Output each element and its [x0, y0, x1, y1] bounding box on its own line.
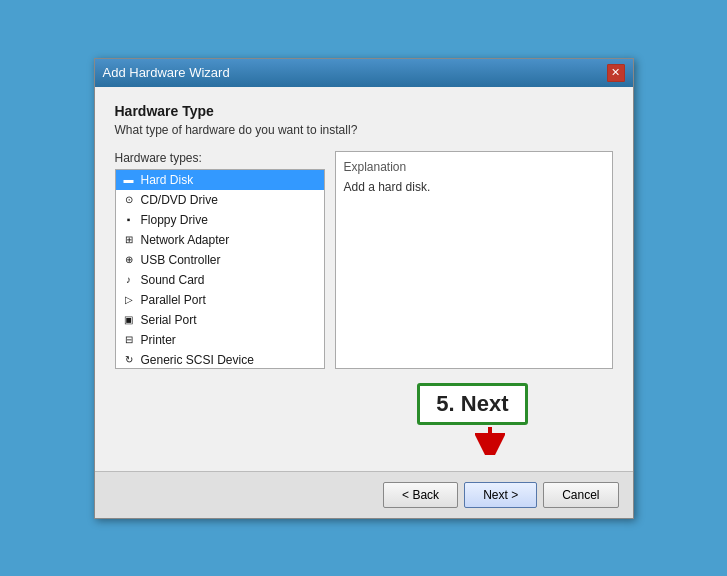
list-item[interactable]: ♪ Sound Card: [116, 270, 324, 290]
list-item-label: Serial Port: [141, 313, 197, 327]
list-item[interactable]: ▷ Parallel Port: [116, 290, 324, 310]
back-button[interactable]: < Back: [383, 482, 458, 508]
sound-icon: ♪: [122, 273, 136, 287]
list-item[interactable]: ⊕ USB Controller: [116, 250, 324, 270]
explanation-panel: Explanation Add a hard disk.: [335, 151, 613, 369]
list-item-label: CD/DVD Drive: [141, 193, 218, 207]
arrow-down-icon: [475, 427, 505, 455]
list-item-label: Generic SCSI Device: [141, 353, 254, 367]
close-button[interactable]: ✕: [607, 64, 625, 82]
header-section: Hardware Type What type of hardware do y…: [115, 103, 613, 137]
main-area: Hardware types: ▬ Hard Disk ⊙ CD/DVD Dri…: [115, 151, 613, 369]
list-item[interactable]: ⊙ CD/DVD Drive: [116, 190, 324, 210]
explanation-label: Explanation: [344, 160, 604, 174]
next-button[interactable]: Next >: [464, 482, 537, 508]
wizard-content: Hardware Type What type of hardware do y…: [95, 87, 633, 471]
arrow-area: [115, 427, 613, 455]
floppy-icon: ▪: [122, 213, 136, 227]
titlebar: Add Hardware Wizard ✕: [95, 59, 633, 87]
list-item-label: Floppy Drive: [141, 213, 208, 227]
cancel-button[interactable]: Cancel: [543, 482, 618, 508]
annotation-label: 5. Next: [417, 383, 527, 425]
parallel-icon: ▷: [122, 293, 136, 307]
scsi-icon: ↻: [122, 353, 136, 367]
list-item-label: Parallel Port: [141, 293, 206, 307]
annotation-area: 5. Next: [115, 383, 613, 425]
list-item-label: USB Controller: [141, 253, 221, 267]
usb-icon: ⊕: [122, 253, 136, 267]
list-item[interactable]: ▣ Serial Port: [116, 310, 324, 330]
network-icon: ⊞: [122, 233, 136, 247]
list-item[interactable]: ↻ Generic SCSI Device: [116, 350, 324, 369]
list-label: Hardware types:: [115, 151, 325, 165]
list-item-label: Sound Card: [141, 273, 205, 287]
printer-icon: ⊟: [122, 333, 136, 347]
list-item-label: Network Adapter: [141, 233, 230, 247]
list-item[interactable]: ▪ Floppy Drive: [116, 210, 324, 230]
list-container: Hardware types: ▬ Hard Disk ⊙ CD/DVD Dri…: [115, 151, 325, 369]
page-subtitle: What type of hardware do you want to ins…: [115, 123, 613, 137]
list-item[interactable]: ▬ Hard Disk: [116, 170, 324, 190]
serial-icon: ▣: [122, 313, 136, 327]
list-item[interactable]: ⊞ Network Adapter: [116, 230, 324, 250]
hardware-list[interactable]: ▬ Hard Disk ⊙ CD/DVD Drive ▪ Floppy Driv…: [115, 169, 325, 369]
list-item-label: Hard Disk: [141, 173, 194, 187]
list-item[interactable]: ⊟ Printer: [116, 330, 324, 350]
cd-dvd-icon: ⊙: [122, 193, 136, 207]
footer: < Back Next > Cancel: [95, 471, 633, 518]
explanation-text: Add a hard disk.: [344, 180, 604, 194]
window-title: Add Hardware Wizard: [103, 65, 230, 80]
hard-disk-icon: ▬: [122, 173, 136, 187]
list-item-label: Printer: [141, 333, 176, 347]
add-hardware-wizard-window: Add Hardware Wizard ✕ Hardware Type What…: [94, 58, 634, 519]
page-title: Hardware Type: [115, 103, 613, 119]
explanation-container: Explanation Add a hard disk.: [335, 151, 613, 369]
